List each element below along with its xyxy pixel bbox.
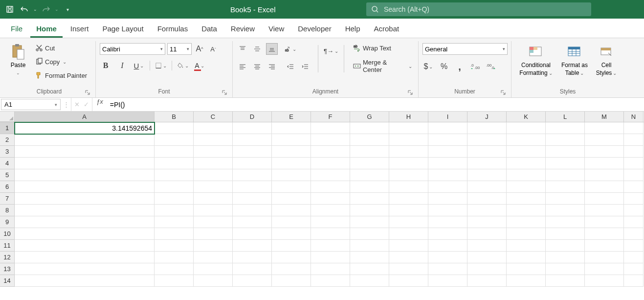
cell-M3[interactable] bbox=[585, 146, 624, 158]
cell-H10[interactable] bbox=[389, 228, 428, 240]
orientation-button[interactable]: ab bbox=[285, 43, 296, 55]
row-header-14[interactable]: 14 bbox=[0, 275, 15, 287]
cell-J5[interactable] bbox=[467, 169, 507, 181]
name-box[interactable]: A1▾ bbox=[1, 99, 61, 110]
cell-E3[interactable] bbox=[272, 146, 311, 158]
cancel-formula-icon[interactable]: ✕ bbox=[74, 101, 80, 108]
cell-A3[interactable] bbox=[15, 146, 155, 158]
cell-E13[interactable] bbox=[272, 263, 311, 275]
cell-C11[interactable] bbox=[194, 240, 233, 252]
cell-K6[interactable] bbox=[507, 181, 546, 193]
conditional-formatting-button[interactable]: ConditionalFormatting bbox=[515, 41, 556, 79]
cell-N8[interactable] bbox=[624, 205, 644, 216]
tab-home[interactable]: Home bbox=[30, 21, 63, 38]
cell-H11[interactable] bbox=[389, 240, 428, 252]
cell-F4[interactable] bbox=[311, 158, 350, 169]
col-header-B[interactable]: B bbox=[155, 112, 194, 122]
font-name-combo[interactable]: Calibri▾ bbox=[100, 43, 165, 55]
cell-B8[interactable] bbox=[155, 205, 194, 216]
cell-K13[interactable] bbox=[507, 263, 546, 275]
cell-H13[interactable] bbox=[389, 263, 428, 275]
cell-L14[interactable] bbox=[546, 275, 585, 287]
search-input[interactable] bbox=[384, 5, 586, 13]
cell-F3[interactable] bbox=[311, 146, 350, 158]
cell-H4[interactable] bbox=[389, 158, 428, 169]
cell-H1[interactable] bbox=[389, 122, 428, 134]
cell-F5[interactable] bbox=[311, 169, 350, 181]
cell-B7[interactable] bbox=[155, 193, 194, 205]
cell-E14[interactable] bbox=[272, 275, 311, 287]
row-header-7[interactable]: 7 bbox=[0, 193, 15, 205]
cell-I14[interactable] bbox=[428, 275, 467, 287]
cell-K12[interactable] bbox=[507, 252, 546, 263]
tab-data[interactable]: Data bbox=[196, 21, 223, 38]
cell-N5[interactable] bbox=[624, 169, 644, 181]
cell-G6[interactable] bbox=[350, 181, 389, 193]
cell-I7[interactable] bbox=[428, 193, 467, 205]
cell-M12[interactable] bbox=[585, 252, 624, 263]
cell-I4[interactable] bbox=[428, 158, 467, 169]
cell-J1[interactable] bbox=[467, 122, 507, 134]
cell-L5[interactable] bbox=[546, 169, 585, 181]
cell-N2[interactable] bbox=[624, 134, 644, 146]
tab-acrobat[interactable]: Acrobat bbox=[368, 21, 405, 38]
cell-I8[interactable] bbox=[428, 205, 467, 216]
cell-L12[interactable] bbox=[546, 252, 585, 263]
align-left-icon[interactable] bbox=[237, 61, 248, 72]
cell-H14[interactable] bbox=[389, 275, 428, 287]
cell-A11[interactable] bbox=[15, 240, 155, 252]
cell-L10[interactable] bbox=[546, 228, 585, 240]
cell-M8[interactable] bbox=[585, 205, 624, 216]
cell-C6[interactable] bbox=[194, 181, 233, 193]
cell-L3[interactable] bbox=[546, 146, 585, 158]
font-size-combo[interactable]: 11▾ bbox=[167, 43, 192, 55]
cell-D12[interactable] bbox=[233, 252, 272, 263]
cell-F7[interactable] bbox=[311, 193, 350, 205]
undo-icon[interactable] bbox=[19, 3, 30, 15]
col-header-G[interactable]: G bbox=[350, 112, 389, 122]
cell-F6[interactable] bbox=[311, 181, 350, 193]
cell-K1[interactable] bbox=[507, 122, 546, 134]
save-icon[interactable] bbox=[4, 3, 16, 15]
cell-D3[interactable] bbox=[233, 146, 272, 158]
redo-dropdown-icon[interactable]: ⌄ bbox=[55, 7, 59, 12]
cell-L8[interactable] bbox=[546, 205, 585, 216]
fill-color-button[interactable] bbox=[177, 60, 189, 71]
cell-M9[interactable] bbox=[585, 216, 624, 228]
fx-icon[interactable]: ƒx bbox=[92, 98, 107, 111]
cell-A4[interactable] bbox=[15, 158, 155, 169]
cell-G13[interactable] bbox=[350, 263, 389, 275]
cell-L7[interactable] bbox=[546, 193, 585, 205]
tab-developer[interactable]: Developer bbox=[292, 21, 337, 38]
cell-I1[interactable] bbox=[428, 122, 467, 134]
cell-E5[interactable] bbox=[272, 169, 311, 181]
tab-review[interactable]: Review bbox=[225, 21, 261, 38]
cell-J8[interactable] bbox=[467, 205, 507, 216]
cell-J2[interactable] bbox=[467, 134, 507, 146]
cell-M6[interactable] bbox=[585, 181, 624, 193]
cell-F11[interactable] bbox=[311, 240, 350, 252]
col-header-F[interactable]: F bbox=[311, 112, 350, 122]
cell-F2[interactable] bbox=[311, 134, 350, 146]
cell-J11[interactable] bbox=[467, 240, 507, 252]
cell-C14[interactable] bbox=[194, 275, 233, 287]
cell-H6[interactable] bbox=[389, 181, 428, 193]
cell-D6[interactable] bbox=[233, 181, 272, 193]
cell-A12[interactable] bbox=[15, 252, 155, 263]
increase-font-icon[interactable]: A^ bbox=[194, 43, 205, 55]
cut-button[interactable]: Cut bbox=[33, 43, 89, 53]
cell-G5[interactable] bbox=[350, 169, 389, 181]
tab-page-layout[interactable]: Page Layout bbox=[96, 21, 149, 38]
undo-dropdown-icon[interactable]: ⌄ bbox=[33, 7, 37, 12]
cell-F14[interactable] bbox=[311, 275, 350, 287]
cell-C1[interactable] bbox=[194, 122, 233, 134]
cell-D11[interactable] bbox=[233, 240, 272, 252]
cell-A6[interactable] bbox=[15, 181, 155, 193]
col-header-I[interactable]: I bbox=[428, 112, 467, 122]
cell-N11[interactable] bbox=[624, 240, 644, 252]
row-header-5[interactable]: 5 bbox=[0, 169, 15, 181]
cell-K8[interactable] bbox=[507, 205, 546, 216]
align-middle-icon[interactable] bbox=[251, 43, 263, 55]
enter-formula-icon[interactable]: ✓ bbox=[84, 101, 89, 108]
row-header-11[interactable]: 11 bbox=[0, 240, 15, 252]
